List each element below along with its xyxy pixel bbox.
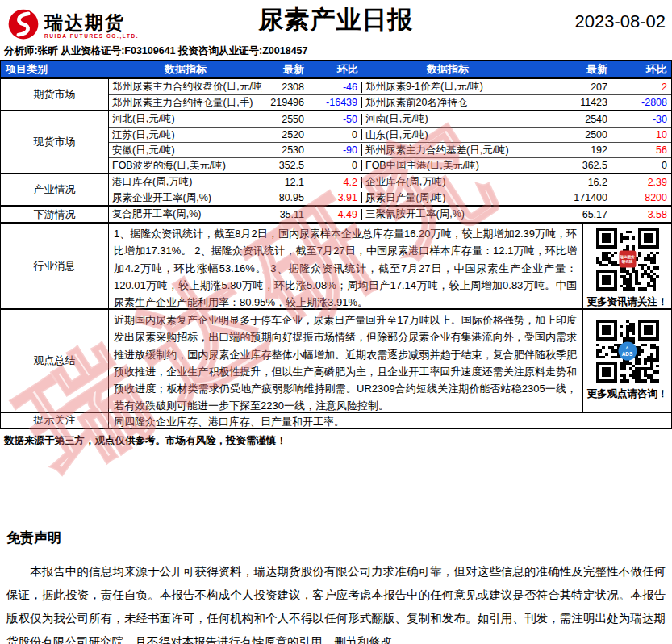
table-row: 尿素企业开工率(周,%)80.953.91尿素日产量(周,吨)171400820… <box>109 190 671 205</box>
table-row: 郑州尿素主力合约持仓量(日,手)219496-16439郑州尿素前20名净持仓1… <box>109 94 671 110</box>
indicator-2: 三聚氰胺开工率(周,%) <box>362 207 533 221</box>
chg-value-2: 3.58 <box>614 209 671 220</box>
indicator-2: 郑州尿素9-1价差(日,元/吨) <box>362 80 533 94</box>
qr-code-icon: 瑞达期货研究院 <box>596 228 659 291</box>
chg-value-2: -30 <box>614 114 671 125</box>
latest-value-1: 219496 <box>262 97 311 108</box>
disclaimer-body: 本报告中的信息均来源于公开可获得资料，瑞达期货股份有限公司力求准确可靠，但对这些… <box>6 560 666 644</box>
latest-value-1: 2530 <box>262 144 311 156</box>
table-row: FOB波罗的海(日,美元/吨)352.50FOB中国主港(日,美元/吨)362.… <box>109 157 671 173</box>
chg-value-2: 2.39 <box>614 177 671 188</box>
indicator-1: 安徽(日,元/吨) <box>109 144 262 157</box>
latest-value-1: 2308 <box>262 82 311 93</box>
brand-subtitle: RUIDA FUTURES CO.,LTD. <box>44 33 139 39</box>
table-group: 产业情况港口库存(周,万吨)12.14.2企业库存(周,万吨)16.22.39尿… <box>1 173 671 205</box>
indicator-1: 郑州尿素主力合约持仓量(日,手) <box>109 96 262 110</box>
indicator-1: 复合肥开工率(周,%) <box>109 207 262 221</box>
latest-value-1: 80.95 <box>262 192 311 203</box>
chg-value-2: 2 <box>614 82 671 93</box>
qr-panel-news: 瑞达期货研究院 更多资讯请关注！ <box>582 224 671 308</box>
table-row: 安徽(日,元/吨)2530-90郑州尿素主力合约基差(日,元/吨)19256 <box>109 142 671 157</box>
page-title: 尿素产业日报 <box>259 3 414 37</box>
brand-name: 瑞达期货 <box>44 13 139 33</box>
table-group: 下游情况复合肥开工率(周,%)35.114.49三聚氰胺开工率(周,%)65.1… <box>1 205 671 222</box>
section-viewpoint: 观点总结 近期国内尿素复产企业明显多于停车企业，尿素日产量回升至17万吨以上。国… <box>1 308 671 412</box>
ruida-logo-icon <box>6 7 40 44</box>
report-table: 项目类别 数据指标 最新 环比 数据指标 最新 环比 期货市场郑州尿素主力合约收… <box>0 60 672 429</box>
viewpoint-text: 近期国内尿素复产企业明显多于停车企业，尿素日产量回升至17万吨以上。国际价格强势… <box>109 310 582 412</box>
chg-value-1: -46 <box>311 82 362 93</box>
category-label: 产业情况 <box>1 174 109 205</box>
indicator-1: 港口库存(周,万吨) <box>109 175 262 189</box>
col-header-chg2: 环比 <box>614 62 671 77</box>
category-label: 现货市场 <box>1 111 109 173</box>
chg-value-2: 0 <box>614 160 671 171</box>
report-date: 2023-08-02 <box>574 11 666 32</box>
qr-code-icon: ^ADS <box>596 320 659 383</box>
chg-value-1: 0 <box>311 160 362 171</box>
risk-footnote: 数据来源于第三方，观点仅供参考。市场有风险，投资需谨慎！ <box>4 434 672 448</box>
col-header-latest2: 最新 <box>533 62 614 77</box>
indicator-1: 尿素企业开工率(周,%) <box>109 191 262 205</box>
latest-value-1: 35.11 <box>262 209 311 220</box>
indicator-2: 郑州尿素前20名净持仓 <box>362 96 533 110</box>
chg-value-1: -16439 <box>311 97 362 108</box>
col-header-indicator2: 数据指标 <box>362 62 533 77</box>
company-logo: 瑞达期货 RUIDA FUTURES CO.,LTD. <box>6 7 139 44</box>
latest-value-2: 2540 <box>533 114 614 125</box>
chg-value-1: -50 <box>311 114 362 125</box>
latest-value-2: 16.2 <box>533 177 614 188</box>
indicator-2: 尿素日产量(周,吨) <box>362 191 533 205</box>
indicator-1: 江苏(日,元/吨) <box>109 128 262 142</box>
chg-value-1: -90 <box>311 144 362 156</box>
indicator-1: 郑州尿素主力合约收盘价(日,元/吨) <box>109 80 262 94</box>
analyst-line: 分析师:张昕 从业资格证号:F03109641 投资咨询从业证号:Z001845… <box>4 44 307 58</box>
chg-value-2: 56 <box>614 144 671 156</box>
indicator-1: 河北(日,元/吨) <box>109 112 262 126</box>
latest-value-2: 65.17 <box>533 209 614 220</box>
latest-value-1: 12.1 <box>262 177 311 188</box>
group-rows: 港口库存(周,万吨)12.14.2企业库存(周,万吨)16.22.39尿素企业开… <box>109 174 671 205</box>
latest-value-2: 2500 <box>533 129 614 140</box>
disclaimer-section: 免责声明 本报告中的信息均来源于公开可获得资料，瑞达期货股份有限公司力求准确可靠… <box>6 529 666 644</box>
chg-value-1: 3.91 <box>311 192 362 203</box>
table-group: 期货市场郑州尿素主力合约收盘价(日,元/吨)2308-46郑州尿素9-1价差(日… <box>1 77 671 110</box>
indicator-2: 山东(日,元/吨) <box>362 128 533 142</box>
latest-value-2: 192 <box>533 144 614 156</box>
group-rows: 河北(日,元/吨)2550-50河南(日,元/吨)2540-30江苏(日,元/吨… <box>109 111 671 173</box>
category-label: 观点总结 <box>1 310 109 412</box>
col-header-category: 项目类别 <box>1 62 109 77</box>
table-row: 郑州尿素主力合约收盘价(日,元/吨)2308-46郑州尿素9-1价差(日,元/吨… <box>109 79 671 94</box>
category-label: 期货市场 <box>1 79 109 110</box>
latest-value-2: 11423 <box>533 97 614 108</box>
chg-value-1: 4.49 <box>311 209 362 220</box>
chg-value-2: -2808 <box>614 97 671 108</box>
category-label: 行业消息 <box>1 224 109 308</box>
disclaimer-title: 免责声明 <box>6 529 666 547</box>
indicator-1: FOB波罗的海(日,美元/吨) <box>109 159 262 173</box>
industry-news-text: 1、据隆众资讯统计，截至8月2日，国内尿素样本企业总库存量16.20万吨，较上期… <box>109 224 582 308</box>
group-rows: 郑州尿素主力合约收盘价(日,元/吨)2308-46郑州尿素9-1价差(日,元/吨… <box>109 79 671 110</box>
chg-value-2: 10 <box>614 129 671 140</box>
section-reminder: 提示关注 周四隆众企业库存、港口库存、日产量和开工率。 <box>1 412 671 428</box>
table-row: 河北(日,元/吨)2550-50河南(日,元/吨)2540-30 <box>109 111 671 127</box>
qr-caption: 更多观点请咨询！ <box>587 387 668 401</box>
group-rows: 复合肥开工率(周,%)35.114.49三聚氰胺开工率(周,%)65.173.5… <box>109 207 671 222</box>
col-header-chg1: 环比 <box>311 62 362 77</box>
col-header-indicator1: 数据指标 <box>109 62 262 77</box>
table-group: 现货市场河北(日,元/吨)2550-50河南(日,元/吨)2540-30江苏(日… <box>1 110 671 173</box>
qr-caption: 更多资讯请关注！ <box>587 295 668 309</box>
table-body: 期货市场郑州尿素主力合约收盘价(日,元/吨)2308-46郑州尿素9-1价差(日… <box>1 77 671 222</box>
chg-value-1: 0 <box>311 129 362 140</box>
qr-center-badge: ^ADS <box>618 342 637 361</box>
latest-value-2: 171400 <box>533 192 614 203</box>
category-label: 提示关注 <box>1 413 109 428</box>
category-label: 下游情况 <box>1 207 109 222</box>
chg-value-2: 8200 <box>614 192 671 203</box>
latest-value-1: 352.5 <box>262 160 311 171</box>
indicator-2: 企业库存(周,万吨) <box>362 175 533 189</box>
latest-value-1: 2550 <box>262 114 311 125</box>
latest-value-1: 2520 <box>262 129 311 140</box>
table-row: 港口库存(周,万吨)12.14.2企业库存(周,万吨)16.22.39 <box>109 174 671 190</box>
qr-center-badge: 瑞达期货研究院 <box>619 251 636 268</box>
